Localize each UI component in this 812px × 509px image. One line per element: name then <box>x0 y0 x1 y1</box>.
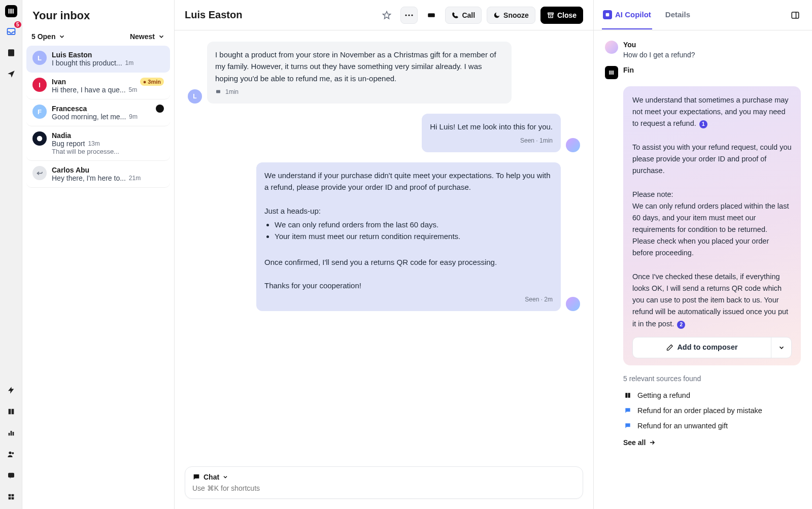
conversation-item[interactable]: Carlos AbuHey there, I'm here to...21m <box>26 161 170 188</box>
conversation-header: Luis Easton Call Snooze Close <box>175 0 593 30</box>
conversation-avatar <box>32 166 47 180</box>
fin-p3b: We can only refund orders placed within … <box>632 200 792 259</box>
svg-rect-7 <box>8 473 14 478</box>
panel-layout-button[interactable] <box>787 7 804 24</box>
tab-details[interactable]: Details <box>664 1 691 29</box>
source-label: Getting a refund <box>637 391 690 399</box>
svg-rect-3 <box>10 431 12 435</box>
nav-messenger-icon[interactable] <box>4 468 18 483</box>
close-label: Close <box>557 11 577 19</box>
fin-response-card: We understand that sometimes a purchase … <box>623 86 801 365</box>
chat-icon <box>623 406 632 415</box>
nav-reports-icon[interactable] <box>4 426 18 440</box>
chat-icon <box>623 421 632 430</box>
archive-icon <box>547 12 554 19</box>
nav-people-icon[interactable] <box>4 447 18 461</box>
fin-p1: We understand that sometimes a purchase … <box>632 96 789 127</box>
conversation-preview: Bug report <box>52 140 85 148</box>
copilot-fin-block: Fin <box>605 66 801 79</box>
conversation-item[interactable]: LLuis EastonI bought this product...1m <box>26 46 170 73</box>
citation-2[interactable]: 2 <box>677 321 685 329</box>
svg-rect-1 <box>8 49 14 56</box>
composer-input[interactable] <box>192 484 576 492</box>
snooze-button[interactable]: Snooze <box>487 7 535 24</box>
conversation-title: Luis Easton <box>185 9 373 21</box>
source-item[interactable]: Getting a refund <box>623 388 801 403</box>
add-to-composer-button[interactable]: Add to composer <box>633 337 771 358</box>
citation-1[interactable]: 1 <box>699 120 707 128</box>
svg-rect-4 <box>12 432 14 435</box>
message-meta: 1min <box>215 87 503 97</box>
call-button[interactable]: Call <box>445 7 482 24</box>
conversation-item[interactable]: IIvan● 3minHi there, I have a que...5m <box>26 73 170 99</box>
more-button[interactable] <box>400 7 418 24</box>
svg-rect-10 <box>8 497 11 500</box>
ticket-button[interactable] <box>423 7 440 24</box>
tab-details-label: Details <box>665 10 690 19</box>
svg-point-15 <box>412 14 413 16</box>
right-panel-header: AI Copilot Details <box>594 0 812 30</box>
conversation-panel: Luis Easton Call Snooze Close LI bought … <box>175 0 594 509</box>
svg-point-14 <box>409 14 410 16</box>
ai-icon <box>603 10 612 19</box>
svg-point-13 <box>405 14 407 16</box>
conversation-subtext: That will be processe... <box>52 148 164 155</box>
source-label: Refund for an order placed by mistake <box>637 406 762 415</box>
arrow-right-icon <box>649 439 656 446</box>
nav-inbox-badge: 5 <box>14 21 21 28</box>
conversation-time: 5m <box>129 86 138 93</box>
nav-articles-icon[interactable] <box>4 404 18 419</box>
svg-rect-20 <box>606 13 610 16</box>
customer-avatar: L <box>188 89 202 104</box>
message-bubble: Hi Luis! Let me look into this for you.S… <box>422 114 561 152</box>
copilot-user-name: You <box>623 41 695 49</box>
nav-book[interactable] <box>4 46 18 60</box>
conversation-name: Nadia <box>52 131 164 140</box>
composer[interactable]: Chat <box>185 466 583 499</box>
sources-heading: 5 relevant sources found <box>623 375 801 383</box>
tab-ai-copilot[interactable]: AI Copilot <box>602 1 652 29</box>
see-all-link[interactable]: See all <box>623 438 656 447</box>
app-logo[interactable] <box>5 5 17 17</box>
conversation-avatar <box>32 131 47 146</box>
nav-send[interactable] <box>4 67 18 81</box>
conversation-item[interactable]: NadiaBug report13mThat will be processe.… <box>26 126 170 161</box>
conversation-item[interactable]: FFrancescaGood morning, let me...9m <box>26 99 170 126</box>
conversation-preview: Hey there, I'm here to... <box>52 174 126 182</box>
inbox-filter-label: 5 Open <box>31 32 55 41</box>
fin-p2: To assist you with your refund request, … <box>632 142 792 177</box>
add-to-composer-label: Add to composer <box>677 342 737 353</box>
conversation-time: 9m <box>129 113 138 120</box>
composer-mode-button[interactable]: Chat <box>192 473 576 481</box>
add-to-composer-dropdown[interactable] <box>771 337 791 358</box>
svg-point-6 <box>12 452 14 454</box>
svg-rect-19 <box>216 90 220 93</box>
book-icon <box>623 391 632 400</box>
close-button[interactable]: Close <box>540 7 583 24</box>
chevron-down-icon <box>58 33 65 40</box>
compose-icon <box>666 344 673 351</box>
inbox-sort-button[interactable]: Newest <box>130 32 165 41</box>
source-item[interactable]: Refund for an unwanted gift <box>623 418 801 433</box>
message-row: Hi Luis! Let me look into this for you.S… <box>188 114 580 152</box>
inbox-sort-label: Newest <box>130 32 155 41</box>
inbox-filter-button[interactable]: 5 Open <box>31 32 65 41</box>
nav-automation-icon[interactable] <box>4 383 18 397</box>
conversation-avatar: I <box>32 78 47 92</box>
conversation-avatar: F <box>32 105 47 119</box>
message-meta: Seen · 2m <box>264 295 553 304</box>
source-item[interactable]: Refund for an order placed by mistake <box>623 403 801 418</box>
nav-apps-icon[interactable] <box>4 490 18 504</box>
snooze-label: Snooze <box>503 11 529 19</box>
conversation-time: 13m <box>88 140 99 147</box>
copilot-fin-name: Fin <box>623 66 634 74</box>
star-button[interactable] <box>378 7 395 24</box>
conversation-time: 21m <box>129 175 141 182</box>
fin-actions: Add to composer <box>632 337 792 358</box>
assignee-avatar <box>156 105 164 113</box>
chevron-down-icon <box>778 344 785 351</box>
messages-area: LI bought a product from your store in N… <box>175 30 593 459</box>
conversation-avatar: L <box>32 51 47 65</box>
inbox-panel: Your inbox 5 Open Newest LLuis EastonI b… <box>22 0 175 509</box>
nav-inbox[interactable]: 5 <box>4 24 18 39</box>
